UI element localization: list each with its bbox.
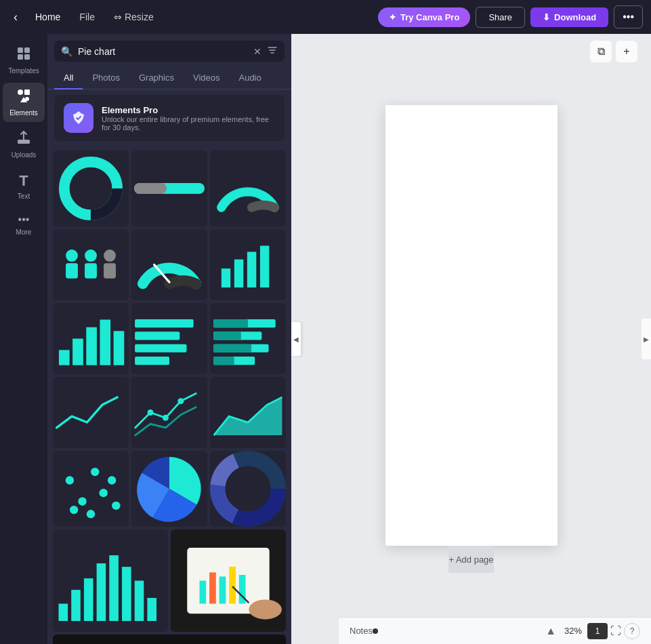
pro-title: Elements Pro [102, 105, 275, 115]
svg-rect-1 [24, 47, 30, 53]
sidebar-item-uploads[interactable]: Uploads [3, 125, 45, 164]
sidebar-item-text[interactable]: T Text [3, 167, 45, 205]
svg-rect-70 [219, 576, 226, 603]
tab-all[interactable]: All [54, 67, 83, 89]
scroll-right-button[interactable]: ▶ [642, 319, 651, 359]
svg-rect-34 [213, 319, 248, 327]
svg-rect-28 [114, 331, 125, 365]
svg-rect-32 [135, 357, 169, 365]
templates-icon [16, 46, 31, 64]
svg-point-51 [87, 510, 95, 518]
page-dot [373, 628, 378, 634]
svg-rect-0 [18, 47, 23, 53]
canvas-center: + Add page [291, 34, 651, 644]
svg-point-17 [104, 249, 116, 262]
star-icon: ✦ [389, 12, 396, 22]
list-item[interactable] [53, 150, 129, 226]
svg-rect-20 [222, 268, 230, 287]
filter-tabs: All Photos Graphics Videos Audio [47, 67, 291, 89]
list-item[interactable] [131, 150, 207, 226]
sidebar-item-more-label: More [16, 228, 32, 236]
pro-icon [64, 103, 93, 133]
svg-rect-60 [84, 578, 93, 621]
svg-rect-31 [135, 344, 186, 353]
home-button[interactable]: Home [28, 9, 67, 25]
svg-rect-58 [59, 604, 68, 622]
svg-rect-64 [135, 581, 144, 622]
list-item[interactable] [210, 303, 286, 374]
svg-rect-2 [18, 54, 23, 60]
list-item[interactable] [131, 303, 207, 374]
elements-pro-banner[interactable]: Elements Pro Unlock our entire library o… [54, 95, 285, 141]
svg-point-41 [148, 409, 154, 416]
list-item[interactable] [210, 451, 286, 527]
sidebar-item-templates[interactable]: Templates [3, 41, 45, 80]
tab-graphics[interactable]: Graphics [129, 67, 184, 89]
top-navigation: ‹ Home File ⇔ Resize ✦ Try Canva Pro Sha… [0, 0, 651, 34]
notes-button[interactable]: Notes [350, 626, 373, 636]
sidebar-item-elements-label: Elements [9, 109, 38, 117]
list-item[interactable] [210, 229, 286, 300]
canvas-page[interactable] [385, 105, 558, 546]
svg-point-43 [177, 398, 184, 404]
more-options-button[interactable]: ••• [614, 5, 643, 28]
search-filter-button[interactable] [267, 45, 278, 58]
notes-label: Notes [350, 626, 373, 636]
share-button[interactable]: Share [476, 7, 525, 28]
list-item[interactable]: chart data... [53, 635, 286, 644]
sidebar-item-elements[interactable]: Elements [3, 83, 45, 122]
sidebar-item-more[interactable]: ••• More [3, 208, 45, 241]
search-icon: 🔍 [61, 46, 72, 57]
list-item[interactable] [53, 451, 129, 527]
list-item[interactable] [53, 377, 129, 448]
svg-rect-3 [24, 54, 30, 60]
page-nav-up-button[interactable]: ▲ [543, 622, 559, 640]
list-item[interactable] [53, 303, 129, 374]
add-item-button[interactable]: + [616, 41, 637, 62]
copy-page-button[interactable]: ⧉ [590, 41, 612, 62]
svg-rect-30 [135, 331, 180, 340]
list-item[interactable] [131, 451, 207, 527]
svg-point-49 [108, 476, 116, 484]
pro-subtitle: Unlock our entire library of premium ele… [102, 115, 275, 132]
back-button[interactable]: ‹ [8, 7, 23, 27]
list-item[interactable] [210, 150, 286, 226]
tab-photos[interactable]: Photos [83, 67, 129, 89]
svg-point-15 [85, 249, 97, 262]
resize-button[interactable]: ⇔ Resize [107, 9, 161, 25]
list-item[interactable] [53, 529, 168, 632]
add-page-button[interactable]: + Add page [448, 546, 493, 573]
svg-point-52 [112, 502, 120, 510]
list-item[interactable] [131, 377, 207, 448]
svg-point-73 [249, 599, 282, 619]
fullscreen-button[interactable]: ⛶ [608, 622, 624, 640]
download-button[interactable]: ⬇ Download [530, 7, 608, 27]
elements-panel: 🔍 ✕ All Photos Graphics Videos Audio [47, 34, 291, 644]
svg-point-42 [163, 415, 169, 421]
svg-rect-69 [209, 572, 216, 603]
tab-videos[interactable]: Videos [184, 67, 230, 89]
tab-audio[interactable]: Audio [229, 67, 270, 89]
sidebar-item-templates-label: Templates [8, 67, 39, 75]
list-item[interactable] [53, 229, 129, 300]
svg-rect-23 [260, 246, 269, 288]
svg-rect-59 [71, 590, 81, 621]
svg-rect-29 [135, 319, 194, 327]
search-clear-button[interactable]: ✕ [253, 46, 261, 57]
list-item[interactable] [131, 229, 207, 300]
svg-rect-65 [147, 598, 156, 621]
help-button[interactable]: ? [624, 623, 640, 639]
hide-panel-button[interactable]: ◀ [291, 322, 301, 356]
svg-point-45 [66, 476, 74, 484]
svg-rect-36 [213, 331, 241, 340]
file-button[interactable]: File [72, 9, 102, 25]
svg-rect-38 [213, 344, 251, 353]
try-pro-button[interactable]: ✦ Try Canva Pro [378, 7, 470, 27]
list-item[interactable] [210, 377, 286, 448]
list-item[interactable] [171, 529, 286, 632]
search-input[interactable] [78, 46, 248, 57]
svg-rect-68 [200, 581, 207, 604]
svg-rect-18 [104, 263, 116, 278]
svg-rect-16 [85, 263, 97, 278]
page-indicator[interactable]: 1 [587, 623, 608, 639]
